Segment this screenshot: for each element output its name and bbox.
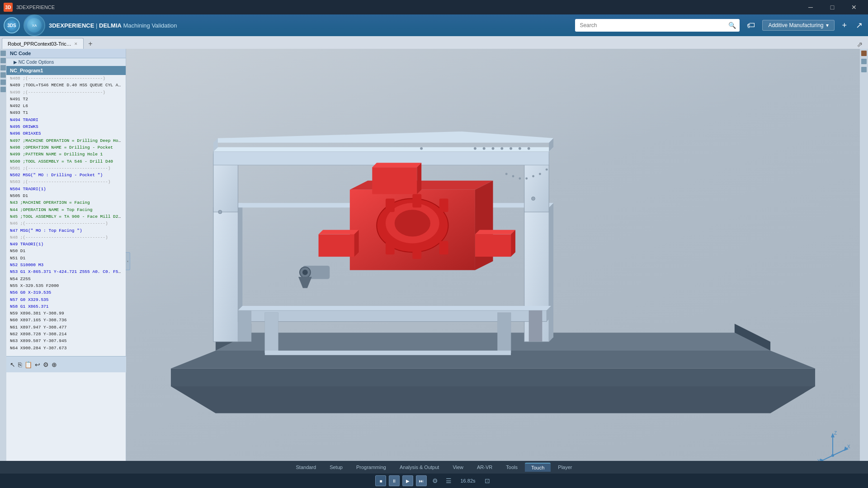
coord-indicator: Z X Y <box>815 428 851 465</box>
svg-point-69 <box>546 169 548 171</box>
svg-point-23 <box>500 147 503 150</box>
svg-point-21 <box>483 147 486 150</box>
tab-add-button[interactable]: + <box>85 39 95 49</box>
tag-icon[interactable]: 🏷 <box>747 21 755 30</box>
nc-line: N43 ;MACHINE OPERATION = Facing <box>6 199 126 206</box>
view-tab-player[interactable]: Player <box>552 463 578 471</box>
search-input[interactable] <box>575 19 740 32</box>
play-button[interactable]: ▶ <box>402 475 413 486</box>
nc-line: N505 D1 <box>6 192 126 199</box>
app-icon: 3D <box>4 3 13 12</box>
svg-rect-47 <box>372 167 417 194</box>
search-icon[interactable]: 🔍 <box>728 22 736 29</box>
sidebar-icon-1[interactable] <box>0 51 6 56</box>
svg-point-63 <box>505 173 508 175</box>
view-tab-setup[interactable]: Setup <box>323 463 349 471</box>
app-title: 3DEXPERIENCE | DELMIA Machining Validati… <box>49 22 177 29</box>
svg-marker-38 <box>350 181 493 190</box>
tab-robot[interactable]: Robot_PPRContext03-Tric… ✕ <box>2 38 84 49</box>
pause-button[interactable]: ⏸ <box>389 475 400 486</box>
close-button[interactable]: ✕ <box>844 0 864 14</box>
view-tab-view[interactable]: View <box>446 463 470 471</box>
undo-icon[interactable]: ↩ <box>35 361 40 368</box>
svg-marker-19 <box>218 131 553 143</box>
nc-tree[interactable]: ▶ NC Code Options NC_Program1 N488 ;(---… <box>6 58 126 470</box>
bottom-bar: ■ ⏸ ▶ ⏭ ⚙ ☰ 16.82s ⊡ <box>0 474 868 488</box>
svg-point-22 <box>492 147 495 150</box>
sidebar-icon-6[interactable] <box>0 87 6 92</box>
nc-line: N58 G1 X865.371 <box>6 303 126 310</box>
share-icon[interactable]: ↗ <box>854 19 864 32</box>
nc-line: N498 ;OPERATION NAME = Drilling - Pocket <box>6 144 126 151</box>
svg-point-24 <box>509 147 512 150</box>
nc-line: N52 S10000 M3 <box>6 262 126 268</box>
ds-logo-text: 3DS <box>7 23 16 28</box>
list-button[interactable]: ☰ <box>443 475 454 486</box>
add-icon[interactable]: + <box>840 19 849 32</box>
view-tab-standard[interactable]: Standard <box>290 463 323 471</box>
copy-icon[interactable]: ⎘ <box>18 361 22 368</box>
maximize-button[interactable]: □ <box>822 0 843 14</box>
svg-marker-45 <box>475 230 515 235</box>
sidebar-icon-5[interactable] <box>0 80 6 85</box>
view-tab-tools[interactable]: Tools <box>500 463 524 471</box>
nc-line: N62 X898.728 Y-308.214 <box>6 331 126 338</box>
svg-point-52 <box>395 210 430 236</box>
svg-rect-44 <box>475 235 511 257</box>
left-panel: NC Code ▶ NC Code Options NC_Program1 N4… <box>6 49 126 474</box>
nc-line: N46 ;(-------------------------------) <box>6 220 126 227</box>
tab-robot-label: Robot_PPRContext03-Tric… <box>8 41 71 47</box>
playback-controls: ■ ⏸ ▶ ⏭ ⚙ ☰ 16.82s ⊡ <box>0 475 868 486</box>
view-tab-programming[interactable]: Programming <box>350 463 392 471</box>
sidebar-icon-4[interactable] <box>0 72 6 78</box>
title-bar: 3D 3DEXPERIENCE ─ □ ✕ <box>0 0 868 14</box>
rs-icon-2[interactable] <box>861 59 867 64</box>
svg-marker-31 <box>238 306 551 310</box>
svg-marker-3 <box>216 333 770 351</box>
view-tab-touch[interactable]: Touch <box>525 463 551 472</box>
svg-point-27 <box>420 147 423 150</box>
nc-line: N496 ORIAXES <box>6 130 126 137</box>
nc-code-label: NC Code <box>10 51 31 56</box>
svg-marker-48 <box>372 163 421 167</box>
panel-collapse-button[interactable]: ‹ <box>126 252 130 270</box>
minimize-button[interactable]: ─ <box>800 0 821 14</box>
titlebar-text: 3DEXPERIENCE <box>16 5 55 10</box>
svg-point-61 <box>302 270 308 275</box>
ds-logo[interactable]: 3DS <box>4 17 20 33</box>
nc-options-row[interactable]: ▶ NC Code Options <box>6 58 126 66</box>
nc-line: N49 TRAORI(1) <box>6 241 126 248</box>
settings-icon[interactable]: ⚙ <box>43 361 49 368</box>
stop-icon: ■ <box>379 479 382 483</box>
nc-line: N57 G0 X329.535 <box>6 296 126 303</box>
cursor-icon[interactable]: ↖ <box>10 361 15 368</box>
svg-marker-49 <box>417 163 421 194</box>
step-button[interactable]: ⏭ <box>416 475 427 486</box>
tab-expand-icon[interactable]: ⇗ <box>857 40 863 49</box>
nc-line: N56 G0 X-319.535 <box>6 289 126 296</box>
nc-line: N61 X897.947 Y-308.477 <box>6 324 126 331</box>
nc-line: N499 ;PATTERN NAME = Drilling Hole 1 <box>6 151 126 158</box>
camera-button[interactable]: ⊡ <box>482 475 493 486</box>
view-tab-analysis--output[interactable]: Analysis & Output <box>393 463 445 471</box>
nc-program-row[interactable]: NC_Program1 <box>6 66 126 75</box>
sidebar-icon-2[interactable] <box>0 58 6 63</box>
rs-icon-3[interactable] <box>861 67 867 72</box>
compass-widget[interactable]: XA <box>24 14 45 36</box>
view-tab-ar-vr[interactable]: AR-VR <box>471 463 499 471</box>
nc-line: N495 ORIWKS <box>6 123 126 130</box>
transform-icon[interactable]: ⊕ <box>52 361 57 368</box>
additive-dropdown[interactable]: Additive Manufacturing ▾ <box>762 20 835 31</box>
settings-button[interactable]: ⚙ <box>429 475 440 486</box>
paste-icon[interactable]: 📋 <box>24 361 32 368</box>
nc-program-label: NC_Program1 <box>10 68 43 73</box>
dropdown-arrow-icon: ▾ <box>826 22 829 28</box>
nc-line: N60 X897.165 Y-308.736 <box>6 317 126 324</box>
rs-icon-1[interactable] <box>861 51 867 56</box>
stop-button[interactable]: ■ <box>375 475 386 486</box>
svg-point-29 <box>532 197 535 200</box>
svg-marker-62 <box>298 277 312 288</box>
sidebar-icon-3[interactable] <box>0 65 6 70</box>
nc-line: N500 ;TOOL ASSEMBLY = TA 546 - Drill D40 <box>6 158 126 165</box>
tab-robot-close-icon[interactable]: ✕ <box>74 42 78 46</box>
